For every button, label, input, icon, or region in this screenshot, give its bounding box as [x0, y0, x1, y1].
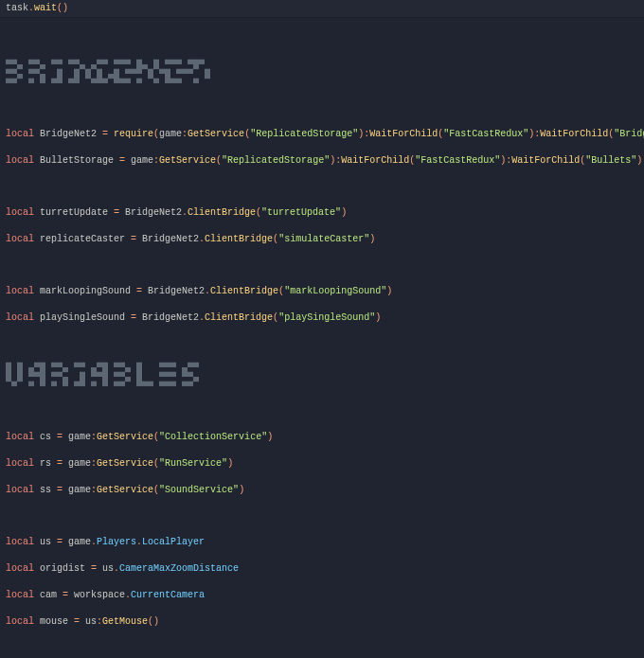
code-line: local us = game.Players.LocalPlayer: [6, 536, 638, 549]
code-line: local BridgeNet2 = require(game:GetServi…: [6, 128, 638, 141]
code-editor[interactable]: ▀▀▄ ▀▀▄ ▀▀ ▀▀▄ ▄▀▀ ▀▀▀ █▄ █ ▀▀▀ ▀█▀ ▀▀▄ …: [0, 18, 644, 658]
code-line: local rs = game:GetService("RunService"): [6, 457, 638, 471]
code-line: local ss = game:GetService("SoundService…: [6, 484, 638, 497]
code-line: local BulletStorage = game:GetService("R…: [6, 154, 638, 168]
bridgenet-header-ascii: ▀▀▄ ▀▀▄ ▀▀ ▀▀▄ ▄▀▀ ▀▀▀ █▄ █ ▀▀▀ ▀█▀ ▀▀▄ …: [6, 61, 638, 89]
top-line-text: task.wait(): [6, 3, 68, 13]
code-line: local cam = workspace.CurrentCamera: [6, 589, 638, 602]
code-line: local replicateCaster = BridgeNet2.Clien…: [6, 233, 638, 246]
code-line: local turretUpdate = BridgeNet2.ClientBr…: [6, 206, 638, 220]
variables-header-ascii: █ █ ▄▀█ ▀▀▄ ▀▀ ▄▀█ ▀▀▄ █ ▀▀▀ ▄▀▀ █ █ ▀▀█…: [6, 364, 638, 392]
top-bar: task.wait(): [0, 0, 644, 18]
code-line: local cs = game:GetService("CollectionSe…: [6, 431, 638, 444]
code-line: local mouse = us:GetMouse(): [6, 615, 638, 629]
code-line: local origdist = us.CameraMaxZoomDistanc…: [6, 562, 638, 576]
code-line: local playSingleSound = BridgeNet2.Clien…: [6, 311, 638, 325]
code-line: local markLoopingSound = BridgeNet2.Clie…: [6, 285, 638, 298]
